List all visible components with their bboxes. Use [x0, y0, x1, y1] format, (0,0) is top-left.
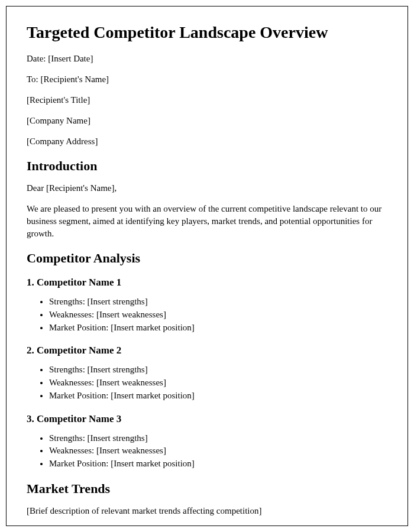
- competitor-analysis-heading: Competitor Analysis: [27, 251, 387, 266]
- meta-company-address: [Company Address]: [27, 135, 387, 148]
- list-item: Market Position: [Insert market position…: [49, 390, 387, 403]
- list-item: Market Position: [Insert market position…: [49, 322, 387, 335]
- list-item: Strengths: [Insert strengths]: [49, 364, 387, 377]
- introduction-heading: Introduction: [27, 158, 387, 174]
- competitor-3-heading: 3. Competitor Name 3: [27, 413, 387, 425]
- document-page: Targeted Competitor Landscape Overview D…: [6, 6, 408, 526]
- list-item: Strengths: [Insert strengths]: [49, 432, 387, 445]
- meta-to: To: [Recipient's Name]: [27, 73, 387, 86]
- list-item: Weaknesses: [Insert weaknesses]: [49, 445, 387, 458]
- competitor-3-list: Strengths: [Insert strengths] Weaknesses…: [49, 432, 387, 471]
- market-trends-heading: Market Trends: [27, 481, 387, 497]
- list-item: Weaknesses: [Insert weaknesses]: [49, 309, 387, 322]
- introduction-salutation: Dear [Recipient's Name],: [27, 182, 387, 194]
- list-item: Market Position: [Insert market position…: [49, 458, 387, 471]
- introduction-body: We are pleased to present you with an ov…: [27, 203, 387, 240]
- competitor-1-list: Strengths: [Insert strengths] Weaknesses…: [49, 296, 387, 334]
- meta-date: Date: [Insert Date]: [27, 53, 387, 65]
- competitor-1-heading: 1. Competitor Name 1: [27, 277, 387, 288]
- competitor-2-list: Strengths: [Insert strengths] Weaknesses…: [49, 364, 387, 402]
- meta-company-name: [Company Name]: [27, 115, 387, 127]
- competitor-2-heading: 2. Competitor Name 2: [27, 345, 387, 356]
- list-item: Weaknesses: [Insert weaknesses]: [49, 377, 387, 390]
- list-item: Strengths: [Insert strengths]: [49, 296, 387, 309]
- meta-recipient-title: [Recipient's Title]: [27, 94, 387, 106]
- market-trends-body: [Brief description of relevant market tr…: [27, 505, 387, 517]
- document-title: Targeted Competitor Landscape Overview: [27, 23, 387, 42]
